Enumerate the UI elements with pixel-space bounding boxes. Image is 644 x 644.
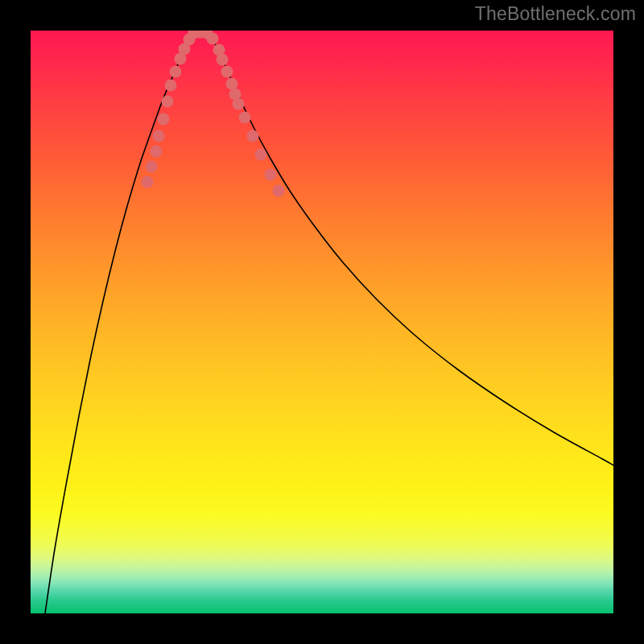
curve-left: [45, 32, 192, 613]
data-point: [217, 54, 229, 66]
curve-right: [209, 32, 613, 465]
data-point: [255, 149, 267, 161]
data-point: [165, 80, 177, 92]
data-point: [158, 114, 170, 126]
data-point: [151, 146, 163, 158]
data-point: [146, 161, 158, 173]
plot-area: [31, 31, 613, 613]
watermark-text: TheBottleneck.com: [475, 3, 636, 25]
data-point: [226, 78, 238, 90]
data-point: [142, 176, 154, 188]
data-point: [207, 33, 219, 45]
data-point: [273, 185, 285, 197]
data-point: [239, 112, 251, 124]
chart-svg: [31, 31, 613, 613]
data-point: [153, 130, 165, 142]
data-point: [221, 66, 233, 78]
data-point: [233, 98, 245, 110]
data-point: [247, 130, 259, 142]
chart-frame: TheBottleneck.com: [0, 0, 644, 644]
data-point: [170, 66, 182, 78]
data-point: [162, 96, 174, 108]
data-point: [265, 169, 277, 181]
